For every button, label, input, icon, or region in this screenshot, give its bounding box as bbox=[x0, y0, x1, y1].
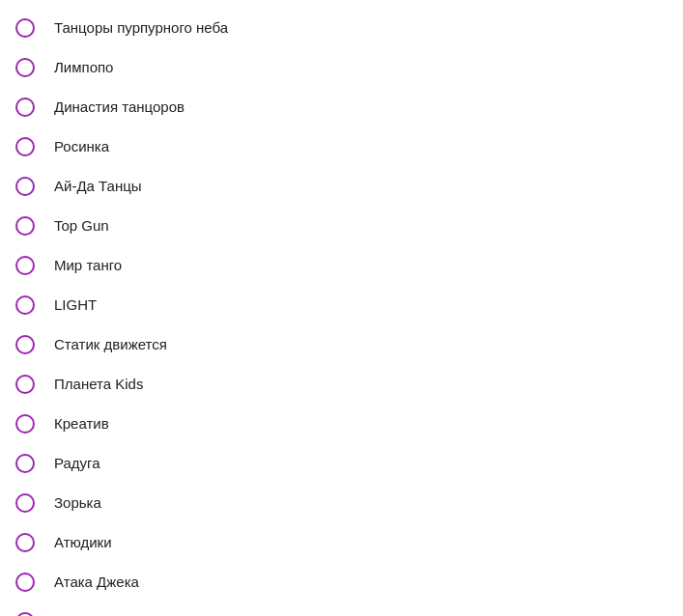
item-label: Top Gun bbox=[54, 215, 109, 236]
circle-bullet-icon bbox=[15, 98, 35, 117]
item-label: LIGHT bbox=[54, 294, 97, 315]
list-item[interactable]: Атюдики bbox=[0, 522, 683, 562]
list-item[interactable]: Росинка bbox=[0, 126, 683, 166]
circle-bullet-icon bbox=[15, 454, 35, 473]
circle-bullet-icon bbox=[15, 177, 35, 196]
list-item[interactable]: Зорька bbox=[0, 483, 683, 522]
circle-bullet-icon bbox=[15, 414, 35, 434]
item-label: Лимпопо bbox=[54, 57, 113, 77]
list-item[interactable]: Лимпопо bbox=[0, 47, 683, 87]
item-label: Атака Джека bbox=[54, 572, 139, 592]
list-item[interactable]: Креатив bbox=[0, 404, 683, 443]
items-list: Танцоры пурпурного небаЛимпопоДинастия т… bbox=[0, 0, 683, 616]
circle-bullet-icon bbox=[15, 18, 35, 38]
circle-bullet-icon bbox=[15, 295, 35, 315]
item-label: Ритмичный гром bbox=[54, 611, 166, 616]
item-label: Радуга bbox=[54, 453, 100, 473]
item-label: Зорька bbox=[54, 492, 101, 513]
list-item[interactable]: Атака Джека bbox=[0, 562, 683, 602]
circle-bullet-icon bbox=[15, 256, 35, 275]
item-label: Танцоры пурпурного неба bbox=[54, 17, 228, 38]
circle-bullet-icon bbox=[15, 58, 35, 77]
list-item[interactable]: Статик движется bbox=[0, 324, 683, 364]
circle-bullet-icon bbox=[15, 493, 35, 513]
circle-bullet-icon bbox=[15, 216, 35, 236]
list-item[interactable]: Мир танго bbox=[0, 245, 683, 285]
list-item[interactable]: Династия танцоров bbox=[0, 87, 683, 126]
item-label: Планета Kids bbox=[54, 374, 143, 394]
list-item[interactable]: Ай-Да Танцы bbox=[0, 166, 683, 206]
list-item[interactable]: LIGHT bbox=[0, 285, 683, 324]
circle-bullet-icon bbox=[15, 612, 35, 617]
item-label: Атюдики bbox=[54, 532, 112, 552]
list-item[interactable]: Top Gun bbox=[0, 206, 683, 245]
item-label: Династия танцоров bbox=[54, 97, 185, 117]
item-label: Ай-Да Танцы bbox=[54, 176, 142, 196]
circle-bullet-icon bbox=[15, 137, 35, 156]
list-item[interactable]: Планета Kids bbox=[0, 364, 683, 404]
list-item[interactable]: Танцоры пурпурного неба bbox=[0, 8, 683, 47]
list-item[interactable]: Ритмичный гром bbox=[0, 602, 683, 616]
circle-bullet-icon bbox=[15, 533, 35, 552]
item-label: Мир танго bbox=[54, 255, 122, 275]
circle-bullet-icon bbox=[15, 335, 35, 354]
item-label: Креатив bbox=[54, 413, 109, 434]
circle-bullet-icon bbox=[15, 573, 35, 592]
circle-bullet-icon bbox=[15, 375, 35, 394]
item-label: Статик движется bbox=[54, 334, 167, 354]
item-label: Росинка bbox=[54, 136, 109, 156]
list-item[interactable]: Радуга bbox=[0, 443, 683, 483]
